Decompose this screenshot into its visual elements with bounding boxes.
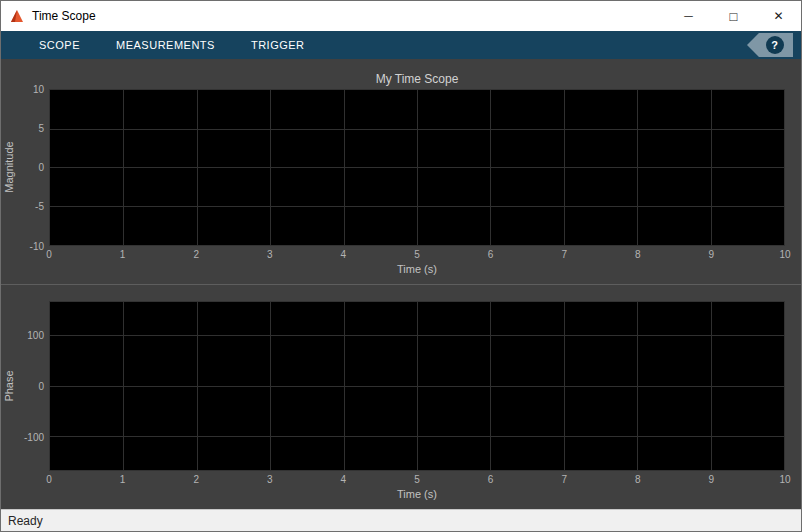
plot-title — [49, 285, 785, 301]
x-tick-label: 7 — [561, 249, 567, 260]
x-tick-label: 5 — [414, 474, 420, 485]
tab-scope[interactable]: SCOPE — [21, 31, 98, 59]
x-tick-label: 8 — [635, 249, 641, 260]
magnitude-plot-panel: My Time Scope Magnitude 1050-5-10 012345… — [1, 59, 801, 284]
x-tick-label: 1 — [120, 249, 126, 260]
y-tick-label: -5 — [35, 201, 44, 212]
help-icon: ? — [766, 36, 784, 54]
x-tick-label: 9 — [709, 249, 715, 260]
toolstrip: SCOPE MEASUREMENTS TRIGGER ? — [1, 31, 801, 59]
status-text: Ready — [8, 514, 43, 528]
x-axis-label: Time (s) — [49, 487, 785, 509]
y-tick-labels: 1050-5-10 — [17, 89, 49, 246]
x-tick-label: 3 — [267, 474, 273, 485]
y-tick-label: 10 — [33, 84, 44, 95]
y-tick-label: 5 — [38, 123, 44, 134]
tab-measurements[interactable]: MEASUREMENTS — [98, 31, 233, 59]
help-chevron-shape: ? — [747, 33, 793, 57]
y-axis-label-cell: Phase — [1, 301, 17, 472]
maximize-icon: □ — [730, 9, 738, 24]
phase-plot-panel: Phase 1000-100 012345678910 Time (s) — [1, 284, 801, 510]
statusbar: Ready — [1, 509, 801, 531]
x-tick-label: 7 — [561, 474, 567, 485]
app-icon — [10, 9, 24, 23]
y-tick-label: -100 — [24, 431, 44, 442]
x-tick-label: 6 — [488, 474, 494, 485]
plot-title: My Time Scope — [49, 59, 785, 89]
titlebar: Time Scope ─ □ ✕ — [1, 1, 801, 31]
x-tick-label: 4 — [341, 249, 347, 260]
phase-plot-area[interactable] — [49, 301, 785, 472]
x-tick-label: 0 — [46, 474, 52, 485]
help-button[interactable]: ? — [747, 33, 793, 57]
gridline-horizontal — [50, 206, 784, 207]
x-tick-label: 2 — [193, 249, 199, 260]
tab-scope-label: SCOPE — [39, 39, 80, 51]
x-tick-label: 8 — [635, 474, 641, 485]
gridline-horizontal — [50, 335, 784, 336]
gridline-horizontal — [50, 167, 784, 168]
time-scope-window: Time Scope ─ □ ✕ SCOPE MEASUREMENTS TRIG… — [0, 0, 802, 532]
y-tick-label: -10 — [30, 240, 44, 251]
tab-trigger[interactable]: TRIGGER — [233, 31, 323, 59]
x-tick-label: 4 — [341, 474, 347, 485]
x-tick-labels: 012345678910 — [49, 246, 785, 262]
close-button[interactable]: ✕ — [756, 1, 801, 31]
window-controls: ─ □ ✕ — [666, 1, 801, 31]
gridline-horizontal — [50, 436, 784, 437]
maximize-button[interactable]: □ — [711, 1, 756, 31]
y-tick-label: 100 — [27, 329, 44, 340]
x-tick-label: 9 — [709, 474, 715, 485]
x-tick-label: 1 — [120, 474, 126, 485]
gridline-horizontal — [50, 386, 784, 387]
minimize-icon: ─ — [684, 9, 693, 23]
x-tick-label: 2 — [193, 474, 199, 485]
y-tick-labels: 1000-100 — [17, 301, 49, 472]
minimize-button[interactable]: ─ — [666, 1, 711, 31]
x-axis-label: Time (s) — [49, 262, 785, 284]
y-tick-label: 0 — [38, 162, 44, 173]
x-tick-label: 5 — [414, 249, 420, 260]
x-tick-label: 10 — [779, 474, 790, 485]
x-tick-label: 0 — [46, 249, 52, 260]
plot-region: My Time Scope Magnitude 1050-5-10 012345… — [1, 59, 801, 509]
close-icon: ✕ — [773, 9, 783, 23]
x-tick-label: 6 — [488, 249, 494, 260]
window-title: Time Scope — [32, 9, 96, 23]
tab-measurements-label: MEASUREMENTS — [116, 39, 215, 51]
magnitude-plot-area[interactable] — [49, 89, 785, 246]
tab-trigger-label: TRIGGER — [251, 39, 305, 51]
x-tick-label: 3 — [267, 249, 273, 260]
y-axis-label: Phase — [3, 370, 15, 401]
gridline-horizontal — [50, 129, 784, 130]
x-tick-labels: 012345678910 — [49, 471, 785, 487]
help-question-mark: ? — [771, 39, 778, 51]
y-tick-label: 0 — [38, 380, 44, 391]
y-axis-label-cell: Magnitude — [1, 89, 17, 246]
y-axis-label: Magnitude — [3, 142, 15, 193]
x-tick-label: 10 — [779, 249, 790, 260]
